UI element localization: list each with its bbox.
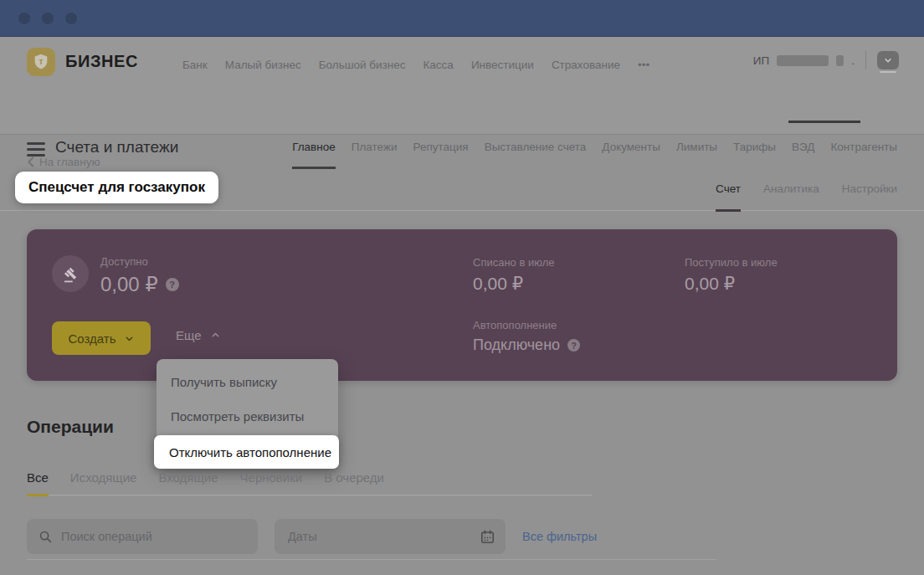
received-value: 0,00 ₽ [685,274,735,294]
account-suffix: . [851,54,855,67]
divider [865,51,866,69]
autopay-value: Подключено [473,336,560,354]
operations-tabs: Все Исходящие Входящие Черновики В очере… [27,470,384,485]
tab-reputatsiya[interactable]: Репутация [413,138,469,169]
shield-icon: т [32,53,50,71]
create-button-label: Создать [68,331,116,346]
tab-limity[interactable]: Лимиты [676,138,717,169]
active-tab-indicator [27,494,49,496]
tab-v-ocheredi[interactable]: В очереди [324,470,384,485]
tab-iskhodyashchie[interactable]: Исходящие [70,470,137,485]
menu-item-disable-autopay-label: Отключить автопополнение [169,445,331,459]
brand-title: БИЗНЕС [65,52,138,71]
ellipsis-icon[interactable]: ••• [638,59,649,71]
top-navigation: Банк Малый бизнес Большой бизнес Касса И… [182,37,649,92]
tab-vse[interactable]: Все [27,470,49,485]
redacted-account-initial [836,55,844,66]
help-icon[interactable]: ? [166,278,179,291]
account-avatar [52,255,89,292]
operations-search[interactable] [27,519,258,554]
debited-stat: Списано в июле 0,00 ₽ [473,256,555,294]
page-title: Спецсчет для госзакупок [28,179,205,196]
header: т БИЗНЕС Банк Малый бизнес Большой бизне… [0,37,924,135]
app-window: т БИЗНЕС Банк Малый бизнес Большой бизне… [0,0,924,575]
breadcrumb-label: На главную [39,156,100,168]
operations-title: Операции [27,417,114,437]
chevron-left-icon [27,157,34,167]
debited-value: 0,00 ₽ [473,274,523,294]
window-titlebar [0,0,924,37]
nav-item-investments[interactable]: Инвестиции [471,59,534,71]
account-widget[interactable]: ИП . [753,51,899,69]
section-tabs: Главное Платежи Репутация Выставление сч… [292,138,897,169]
tab-chernoviki[interactable]: Черновики [240,470,303,485]
special-account-card: Доступно 0,00 ₽ ? Списано в июле 0,00 ₽ … [27,229,897,381]
tab-ved[interactable]: ВЭД [792,138,814,169]
window-dot-icon[interactable] [42,13,54,24]
chevron-up-icon [210,330,221,341]
more-button-label: Еще [176,328,202,342]
available-label: Доступно [100,255,179,268]
search-input[interactable] [61,530,248,543]
tab-dokumenty[interactable]: Документы [602,138,660,169]
received-label: Поступило в июле [685,256,778,269]
debited-label: Списано в июле [473,256,555,269]
t-bank-logo-icon[interactable]: т [27,48,55,76]
calendar-icon[interactable] [480,529,495,545]
list-divider [27,559,716,560]
tabs-divider [27,495,592,495]
tab-glavnoe[interactable]: Главное [292,138,336,169]
menu-item-get-statement[interactable]: Получить выписку [157,365,338,399]
chevron-down-icon [882,54,894,66]
nav-item-small-business[interactable]: Малый бизнес [225,59,301,71]
chevron-down-icon [124,333,135,344]
account-prefix: ИП [753,54,769,67]
received-stat: Поступило в июле 0,00 ₽ [685,256,778,294]
tab-kontragenty[interactable]: Контрагенты [830,138,897,169]
breadcrumb-back-link[interactable]: На главную [27,156,100,168]
tab-analitika[interactable]: Аналитика [763,181,819,212]
available-value: 0,00 ₽ [100,273,158,296]
menu-item-disable-autopay-spotlight[interactable]: Отключить автопополнение [154,435,339,469]
account-active-indicator [788,121,860,123]
redacted-account-name [777,55,829,66]
tab-schet[interactable]: Счет [716,181,741,212]
nav-item-kassa[interactable]: Касса [424,59,454,71]
tab-vkhodyashchie[interactable]: Входящие [158,470,218,485]
page-title-spotlight: Спецсчет для госзакупок [15,172,218,203]
nav-item-insurance[interactable]: Страхование [552,59,620,71]
dates-filter[interactable] [275,519,506,554]
account-view-tabs: Счет Аналитика Настройки [716,181,897,212]
tab-platezhi[interactable]: Платежи [352,138,398,169]
tab-tarify[interactable]: Тарифы [733,138,776,169]
collapse-widget-button[interactable] [877,51,899,69]
create-button[interactable]: Создать [52,321,151,355]
tab-nastroyki[interactable]: Настройки [842,181,897,212]
svg-text:т: т [39,57,44,66]
menu-item-view-details[interactable]: Посмотреть реквизиты [157,399,338,434]
more-button[interactable]: Еще [176,328,221,342]
gavel-icon [62,265,80,283]
section-title: Счета и платежи [55,138,178,157]
available-stat: Доступно 0,00 ₽ ? [100,255,179,296]
nav-item-big-business[interactable]: Большой бизнес [319,59,406,71]
tab-vystavlenie-scheta[interactable]: Выставление счета [485,138,587,169]
all-filters-link[interactable]: Все фильтры [522,530,597,543]
autopay-stat: Автопополнение Подключено ? [473,319,580,354]
dates-input[interactable] [288,530,480,543]
window-dot-icon[interactable] [18,13,30,24]
search-icon [38,530,53,544]
window-dot-icon[interactable] [65,13,77,24]
help-icon[interactable]: ? [567,339,580,352]
nav-item-bank[interactable]: Банк [182,59,208,71]
autopay-label: Автопополнение [473,319,580,331]
